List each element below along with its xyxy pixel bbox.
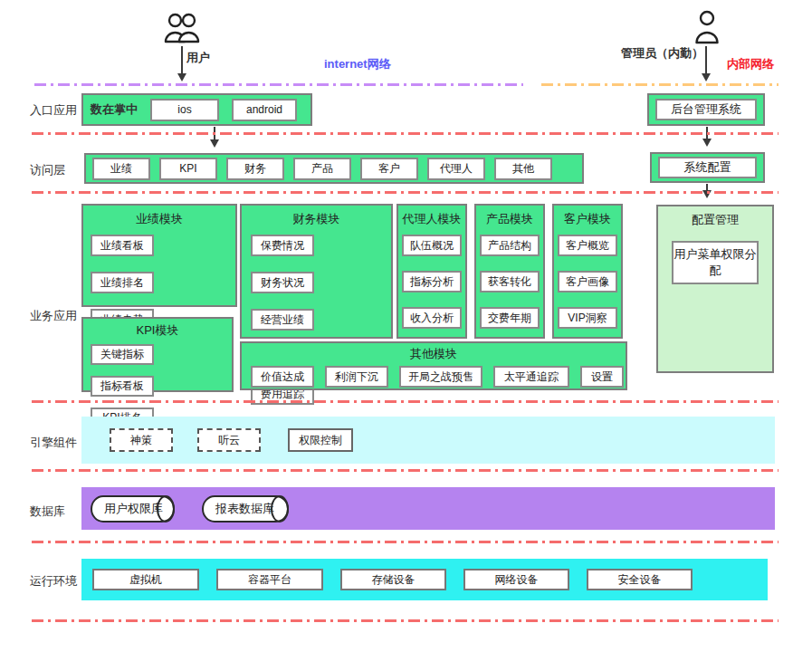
access-tab: 客户 [360,158,418,180]
config-to-panel-arrow [706,184,708,196]
divider-line-5 [32,541,779,543]
runtime-item: 容器平台 [216,569,323,590]
entry-app-ios: ios [150,99,219,121]
runtime-item: 虚拟机 [92,569,199,590]
module-item: 业绩排名 [91,272,154,293]
system-config-box: 系统配置 [650,152,765,183]
runtime-item: 网络设备 [463,569,569,590]
entry-brand-label: 数在掌中 [91,101,138,118]
module-other-title: 其他模块 [242,343,626,362]
module-item: 业绩看板 [91,235,154,256]
module-other: 其他模块 价值达成 利润下沉 开局之战预售 太平通追踪 设置 [240,341,627,390]
divider-line-2 [32,191,779,194]
module-item: 利润下沉 [325,366,388,388]
access-tab: 产品 [293,158,351,180]
module-customer: 客户模块 客户概览 客户画像 VIP洞察 [552,204,623,339]
entry-to-access-arrow [214,127,215,145]
layer-label-access: 访问层 [30,162,65,178]
module-performance: 业绩模块 业绩看板 业绩排名 业绩走势 历史业绩 [81,204,237,307]
layer-label-engine: 引擎组件 [30,435,77,451]
module-item: 价值达成 [251,366,314,388]
backend-system-box: 后台管理系统 [647,93,765,126]
users-icon [162,12,202,46]
internal-network-label: 内部网络 [727,56,774,72]
internal-boundary-line [541,83,779,86]
module-finance-title: 财务模块 [242,206,391,227]
access-tab: 代理人 [427,158,485,180]
divider-line-4 [32,469,779,472]
layer-label-business: 业务应用 [30,308,77,324]
access-tab: KPI [159,158,217,180]
runtime-item: 安全设备 [587,569,693,590]
access-tab: 其他 [494,158,552,180]
database-band: 用户权限库 报表数据库 [81,487,775,530]
engine-item-permission: 权限控制 [288,428,353,452]
access-tab: 财务 [226,158,284,180]
divider-line-6 [32,619,779,622]
module-item: 太平通追踪 [493,366,569,388]
module-item: 指标分析 [402,271,462,292]
access-tab: 业绩 [92,158,150,180]
runtime-band: 虚拟机 容器平台 存储设备 网络设备 安全设备 [81,559,768,600]
module-item: 产品结构 [480,235,540,256]
module-item: 关键指标 [91,344,154,365]
module-item: 指标看板 [91,376,154,397]
system-config-label: 系统配置 [658,157,757,178]
module-finance: 财务模块 保费情况 财务状况 经营业绩 偿付能力 费用追踪 [240,204,393,339]
admin-label: 管理员（内勤） [621,45,703,62]
module-item: 开局之战预售 [399,366,482,388]
module-item: 财务状况 [251,272,314,293]
module-customer-title: 客户模块 [554,206,621,227]
module-agent-title: 代理人模块 [398,206,465,227]
layer-label-runtime: 运行环境 [30,573,77,590]
engine-item-shence: 神策 [110,428,173,452]
backend-system-label: 后台管理系统 [655,99,757,120]
config-panel-title: 配置管理 [658,206,772,228]
module-product-title: 产品模块 [476,206,543,227]
module-item: 客户画像 [558,271,617,292]
module-performance-title: 业绩模块 [83,206,235,227]
module-product: 产品模块 产品结构 获客转化 交费年期 [474,204,545,339]
user-to-entry-arrow [181,46,183,79]
architecture-diagram: 用户 internet网络 管理员（内勤） 内部网络 入口应用 数在掌中 ios… [0,0,812,652]
user-label: 用户 [186,50,210,66]
module-kpi-title: KPI模块 [83,319,232,339]
module-agent: 代理人模块 队伍概况 指标分析 收入分析 [396,204,467,339]
module-item: 经营业绩 [251,309,314,331]
runtime-item: 存储设备 [340,569,446,590]
module-item: 客户概览 [558,235,617,256]
config-management-panel: 配置管理 用户菜单权限分配 [656,205,774,373]
entry-app-bar: 数在掌中 ios android [81,93,312,126]
backend-to-config-arrow [706,127,708,144]
divider-line-3 [32,400,779,403]
layer-label-database: 数据库 [30,503,65,520]
module-item: 队伍概况 [402,235,462,256]
module-kpi: KPI模块 关键指标 指标看板 KPI排名 [81,317,234,392]
database-cylinder-report: 报表数据库 [202,495,289,523]
admin-person-icon [693,10,721,46]
config-panel-item: 用户菜单权限分配 [672,241,759,284]
module-item: 设置 [580,366,624,388]
engine-band: 神策 听云 权限控制 [81,417,775,464]
database-cylinder-user-permission: 用户权限库 [91,495,175,523]
entry-app-android: android [232,99,297,121]
module-item: 收入分析 [402,307,462,329]
internet-network-label: internet网络 [324,56,391,72]
module-item: VIP洞察 [558,307,617,329]
admin-to-backend-arrow [705,46,707,79]
engine-item-tingyun: 听云 [197,428,261,452]
layer-label-entry: 入口应用 [30,102,77,119]
module-item: 获客转化 [480,271,540,292]
internet-boundary-line [34,83,523,86]
access-tab-bar: 业绩 KPI 财务 产品 客户 代理人 其他 [84,153,584,184]
module-item: 交费年期 [480,307,540,329]
divider-line-1 [32,132,779,135]
module-item: 保费情况 [251,235,314,256]
